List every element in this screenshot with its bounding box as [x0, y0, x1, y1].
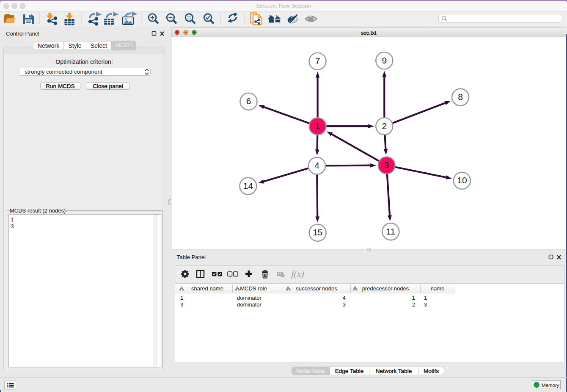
- svg-text:10: 10: [457, 175, 467, 185]
- svg-text:9: 9: [382, 55, 387, 65]
- svg-text:14: 14: [243, 181, 253, 190]
- svg-text:15: 15: [313, 227, 322, 237]
- svg-text:name: name: [431, 285, 445, 292]
- svg-text:11: 11: [386, 226, 395, 236]
- svg-text:1: 1: [315, 121, 320, 131]
- svg-text:2: 2: [382, 121, 387, 131]
- svg-text:7: 7: [315, 56, 320, 66]
- svg-text:3: 3: [384, 160, 389, 170]
- svg-text:8: 8: [458, 92, 463, 102]
- svg-text:successor nodes: successor nodes: [296, 285, 337, 292]
- svg-text:shared name: shared name: [191, 285, 223, 292]
- svg-text:6: 6: [246, 96, 251, 106]
- svg-text:predecessor nodes: predecessor nodes: [362, 285, 409, 292]
- svg-text:f(x): f(x): [291, 268, 304, 279]
- svg-text:MCDS role: MCDS role: [240, 285, 267, 292]
- svg-text:4: 4: [314, 160, 319, 170]
